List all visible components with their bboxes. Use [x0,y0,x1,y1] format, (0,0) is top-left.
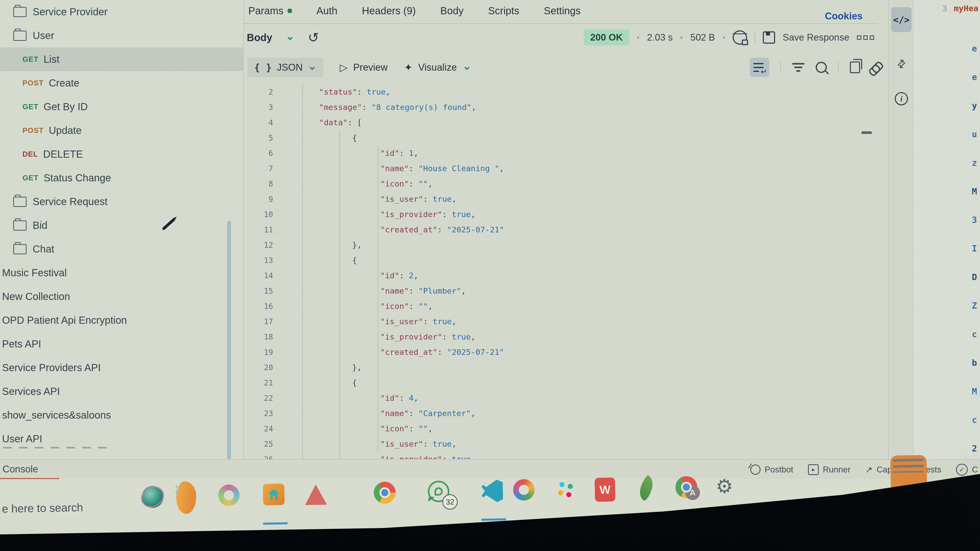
sidebar-item-status-change[interactable]: GETStatus Change [0,166,244,190]
token-key: "is_user" [380,439,423,448]
visualize-button[interactable]: ✦ Visualize ⌄ [404,61,471,74]
copy-icon[interactable] [850,62,860,73]
console-button[interactable]: Console [3,464,38,475]
taskbar-icon-whatsapp[interactable]: 32 [428,481,452,505]
sidebar-item-delete[interactable]: DELDELETE [0,142,244,166]
sidebar-item-bid[interactable]: Bid [0,213,244,237]
status-badge: 200 OK [584,30,630,45]
taskbar-search[interactable]: e here to search [2,501,83,515]
sidebar-item-opd-patient-api-encryption[interactable]: OPD Patient Api Encryption [0,308,244,332]
chevron-down-icon[interactable]: ⌄ [286,30,294,42]
tab-body[interactable]: Body [440,5,463,17]
sidebar-item-service-request[interactable]: Service Request [0,190,244,213]
sidebar-item-label: Pets API [2,338,41,350]
sidebar-item-chat[interactable]: Chat [0,237,244,261]
tab-auth[interactable]: Auth [317,5,337,17]
token-pun: , [471,103,476,112]
sync-icon[interactable]: ⇄ [891,51,912,76]
sidebar-item-music-festival[interactable]: Music Festival [0,261,244,285]
response-view-switcher: Body ⌄ ↺ [247,30,319,45]
history-icon[interactable]: ↺ [308,30,319,45]
network-info-icon[interactable] [733,30,747,44]
line-number: 17 [244,317,302,326]
snippet-edge-char: e [972,43,977,54]
sidebar-item-service-providers-api[interactable]: Service Providers API [0,356,244,380]
method-badge: GET [22,103,38,111]
sidebar-item-label: show_services&saloons [2,410,111,421]
format-selector[interactable]: { } JSON ⌄ [248,58,323,77]
token-pun: : [409,286,418,295]
line-content: "name": "Plumber", [302,286,466,295]
sidebar-item-pets-api[interactable]: Pets API [0,332,244,356]
sidebar-item-services-api[interactable]: Services API [0,380,244,403]
taskbar-icon-wps[interactable]: W [595,478,619,502]
sidebar-item-get-by-id[interactable]: GETGet By ID [0,95,244,119]
search-icon[interactable] [816,62,827,73]
line-number: 21 [244,378,302,387]
token-pun: , [386,87,390,97]
save-icon[interactable] [763,32,775,44]
tab-settings[interactable]: Settings [544,5,581,17]
word-wrap-button[interactable]: ↵ [750,58,769,77]
more-options-icon[interactable] [857,35,874,40]
token-pun: , [471,409,476,418]
sidebar-item-show-services-saloons[interactable]: show_services&saloons [0,403,244,427]
response-body-viewer[interactable]: 2"status": true,3"message": "8 category(… [244,84,888,459]
link-icon[interactable] [869,59,885,76]
taskbar-icon-chrome-a[interactable]: A [675,476,699,500]
collections-sidebar[interactable]: Service ProviderUserGETListPOSTCreateGET… [0,0,244,459]
token-pun: , [428,302,433,311]
taskbar-icon-triangle[interactable] [305,483,329,507]
snippet-edge-char: I [972,243,977,254]
taskbar-icon-slack[interactable] [555,478,579,502]
sidebar-item-user[interactable]: User [0,24,244,48]
code-snippet-button[interactable]: </> [891,7,912,32]
dot-separator [680,37,682,39]
token-pun: : [ [348,118,362,127]
code-line: 10"is_provider": true, [244,206,888,222]
tab-headers-9-[interactable]: Headers (9) [362,5,416,17]
sidebar-item-service-provider[interactable]: Service Provider [0,0,244,24]
taskbar-icon-blob[interactable] [176,485,200,509]
response-tools: ↵ [750,58,883,77]
taskbar-icon-chrome[interactable] [374,481,398,505]
sidebar-item-create[interactable]: POSTCreate [0,71,244,95]
sidebar-scrollbar[interactable] [227,221,231,465]
code-line: 22"id": 4, [244,390,888,406]
token-pun: , [471,210,476,219]
snippet-edge-char: c [972,329,977,339]
taskbar-icon-gear[interactable]: ⚙ [716,475,740,499]
running-app-underline [263,522,288,525]
line-content: }, [302,363,362,372]
taskbar-icon-home[interactable] [263,483,287,507]
taskbar-icon-globe[interactable] [142,486,165,510]
method-badge: DEL [22,150,38,159]
save-response-button[interactable]: Save Response [783,32,850,43]
sidebar-item-label: OPD Patient Api Encryption [2,314,127,326]
line-content: "id": 2, [302,271,418,280]
taskbar-icon-vscode[interactable] [481,480,505,503]
response-scrollbar[interactable] [861,131,872,134]
folder-icon [13,244,27,254]
line-content: "is_user": true, [302,317,457,326]
filter-icon[interactable] [792,62,804,73]
chevron-down-icon: ⌄ [463,60,471,72]
response-view-label[interactable]: Body [247,32,272,43]
token-str: "Carpenter" [418,409,471,418]
token-pun: }, [352,363,362,372]
folder-icon [13,30,27,41]
sidebar-item-label: Music Festival [2,267,67,279]
taskbar-icon-swirl2[interactable] [513,479,537,503]
sidebar-item-new-collection[interactable]: New Collection [0,285,244,308]
tab-params[interactable]: Params [248,5,292,17]
info-icon[interactable]: i [891,86,912,111]
tab-scripts[interactable]: Scripts [488,5,519,17]
cookies-link[interactable]: Cookies [825,11,862,22]
sidebar-item-list[interactable]: GETList [0,48,244,71]
taskbar-icon-leaf[interactable] [635,477,659,501]
line-content: "icon": "", [302,302,433,311]
preview-button[interactable]: ▷ Preview [340,62,388,73]
sidebar-item-update[interactable]: POSTUpdate [0,119,244,142]
taskbar-icon-swirl[interactable] [218,484,242,508]
line-number: 4 [244,118,302,127]
